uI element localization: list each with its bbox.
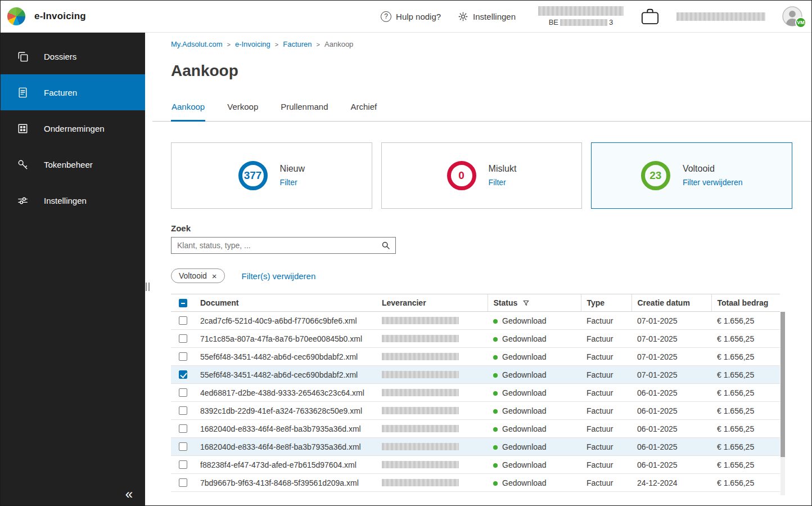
breadcrumb-item-2[interactable]: Facturen [283, 40, 312, 48]
document-cell: 71c1c85a-807a-47fa-8a76-b70ee00845b0.xml [195, 330, 376, 348]
settings-label: Instellingen [473, 12, 516, 21]
table-row-3[interactable]: 55ef6f48-3451-4482-ab6d-cec690bdabf2.xml… [171, 366, 780, 384]
stat-card-nieuw[interactable]: 377NieuwFilter [171, 142, 372, 209]
date-cell: 06-01-2025 [631, 456, 711, 474]
table-row-1[interactable]: 71c1c85a-807a-47fa-8a76-b70ee00845b0.xml… [171, 330, 780, 348]
table-row-4[interactable]: 4ed68817-d2be-438d-9333-265463c23c64.xml… [171, 384, 780, 402]
type-cell: Factuur [581, 384, 631, 402]
status-cell: Gedownload [488, 474, 581, 492]
select-all-checkbox[interactable] [179, 299, 187, 307]
supplier-redacted-block [382, 389, 459, 396]
supplier-cell [376, 384, 488, 402]
date-cell: 07-01-2025 [631, 348, 711, 366]
table-row-7[interactable]: 1682040d-e833-46f4-8e8f-ba3b7935a36d.xml… [171, 438, 780, 456]
row-checkbox[interactable] [179, 388, 187, 397]
sidebar-item-tokenbeheer[interactable]: Tokenbeheer [1, 146, 145, 182]
topbar-settings-link[interactable]: Instellingen [458, 11, 516, 22]
column-header[interactable]: Totaal bedrag [711, 294, 780, 312]
sidebar-item-facturen[interactable]: Facturen [1, 74, 145, 110]
row-checkbox[interactable] [179, 352, 187, 361]
breadcrumb-item-1[interactable]: e-Invoicing [235, 40, 270, 48]
sidebar-item-ondernemingen[interactable]: Ondernemingen [1, 110, 145, 146]
count-ring: 0 [447, 161, 476, 190]
help-icon: ? [381, 11, 391, 22]
stat-card-label: Nieuw [280, 164, 305, 174]
breadcrumb-item-0[interactable]: My.Adsolut.com [171, 40, 223, 48]
stat-card-action-link[interactable]: Filter verwijderen [683, 178, 743, 187]
row-checkbox[interactable] [179, 478, 187, 487]
row-checkbox[interactable] [179, 442, 187, 451]
column-header-status[interactable]: Status [494, 298, 518, 307]
search-input[interactable] [177, 241, 381, 250]
row-checkbox[interactable] [179, 370, 187, 379]
scrollbar-thumb[interactable] [781, 312, 785, 457]
sidebar-collapse-button[interactable]: « [125, 487, 133, 501]
table-row-0[interactable]: 2cad7cf6-521d-40c9-a6bd-f77066c9bfe6.xml… [171, 312, 780, 330]
page-title: Aankoop [171, 61, 792, 80]
supplier-cell [376, 366, 488, 384]
frame-body: DossiersFacturenOndernemingenTokenbeheer… [1, 33, 811, 505]
count-value: 0 [458, 169, 464, 182]
stat-card-action-link[interactable]: Filter [489, 178, 506, 187]
app-logo-icon[interactable] [7, 7, 25, 25]
supplier-redacted-block [382, 443, 459, 450]
status-dot-icon [493, 409, 498, 414]
tab-archief[interactable]: Archief [350, 93, 377, 122]
supplier-redacted-block [382, 407, 459, 414]
breadcrumb-separator: > [317, 41, 320, 48]
column-header[interactable]: Document [195, 294, 376, 312]
sidebar-item-dossiers[interactable]: Dossiers [1, 38, 145, 74]
table-row-2[interactable]: 55ef6f48-3451-4482-ab6d-cec690bdabf2.xml… [171, 348, 780, 366]
company-info[interactable]: BE 3 [538, 6, 624, 26]
user-avatar[interactable]: VM [782, 6, 802, 26]
status-cell: Gedownload [488, 330, 581, 348]
table-row-8[interactable]: f88238f4-ef47-473d-afed-e7b615d97604.xml… [171, 456, 780, 474]
document-cell: f88238f4-ef47-473d-afed-e7b615d97604.xml [195, 456, 376, 474]
tab-aankoop[interactable]: Aankoop [171, 93, 205, 122]
document-cell: 7bd9667b-9f63-413f-8468-5f39561d209a.xml [195, 474, 376, 492]
table-row-6[interactable]: 1682040d-e833-46f4-8e8f-ba3b7935a36d.xml… [171, 420, 780, 438]
breadcrumb-separator: > [227, 41, 231, 48]
stat-card-action-link[interactable]: Filter [280, 178, 297, 187]
column-header[interactable]: Type [581, 294, 631, 312]
column-header[interactable]: Leverancier [376, 294, 488, 312]
column-header[interactable]: Creatie datum [631, 294, 711, 312]
amount-cell: € 1.656,25 [711, 366, 780, 384]
amount-cell: € 1.656,25 [711, 474, 780, 492]
document-cell: 2cad7cf6-521d-40c9-a6bd-f77066c9bfe6.xml [195, 312, 376, 330]
tab-prullenmand[interactable]: Prullenmand [280, 93, 328, 122]
stat-card-voltooid[interactable]: 23VoltooidFilter verwijderen [591, 142, 792, 209]
help-link[interactable]: ? Hulp nodig? [381, 11, 441, 22]
status-cell: Gedownload [488, 366, 581, 384]
document-cell: 4ed68817-d2be-438d-9333-265463c23c64.xml [195, 384, 376, 402]
sidebar-menu: DossiersFacturenOndernemingenTokenbeheer… [1, 38, 145, 218]
username-redacted [676, 12, 765, 21]
briefcase-icon[interactable] [640, 7, 660, 25]
row-checkbox[interactable] [179, 460, 187, 469]
sidebar-item-label: Tokenbeheer [44, 160, 93, 169]
supplier-cell [376, 330, 488, 348]
panel-resize-handle[interactable] [146, 283, 150, 291]
row-checkbox[interactable] [179, 316, 187, 325]
stat-card-mislukt[interactable]: 0MisluktFilter [381, 142, 583, 209]
status-dot-icon [493, 445, 498, 450]
status-cell: Gedownload [488, 384, 581, 402]
date-cell: 06-01-2025 [631, 438, 711, 456]
search-icon[interactable] [381, 241, 390, 250]
tab-verkoop[interactable]: Verkoop [227, 93, 259, 122]
row-checkbox[interactable] [179, 424, 187, 433]
table-row-9[interactable]: 7bd9667b-9f63-413f-8468-5f39561d209a.xml… [171, 474, 780, 492]
row-checkbox[interactable] [179, 406, 187, 415]
table-scrollbar[interactable] [781, 312, 785, 495]
sidebar-item-label: Ondernemingen [44, 124, 105, 133]
stat-card-text: MisluktFilter [489, 164, 517, 187]
supplier-cell [376, 456, 488, 474]
sidebar-item-instellingen[interactable]: Instellingen [1, 182, 145, 218]
row-checkbox[interactable] [179, 334, 187, 343]
supplier-cell [376, 402, 488, 420]
clear-filters-link[interactable]: Filter(s) verwijderen [242, 271, 316, 281]
table-row-5[interactable]: 8392c1db-22d9-41ef-a324-7633628c50e9.xml… [171, 402, 780, 420]
filter-chip-voltooid[interactable]: Voltooid × [171, 268, 225, 283]
chip-remove-icon[interactable]: × [212, 272, 217, 280]
status-filter-icon[interactable] [522, 299, 530, 307]
